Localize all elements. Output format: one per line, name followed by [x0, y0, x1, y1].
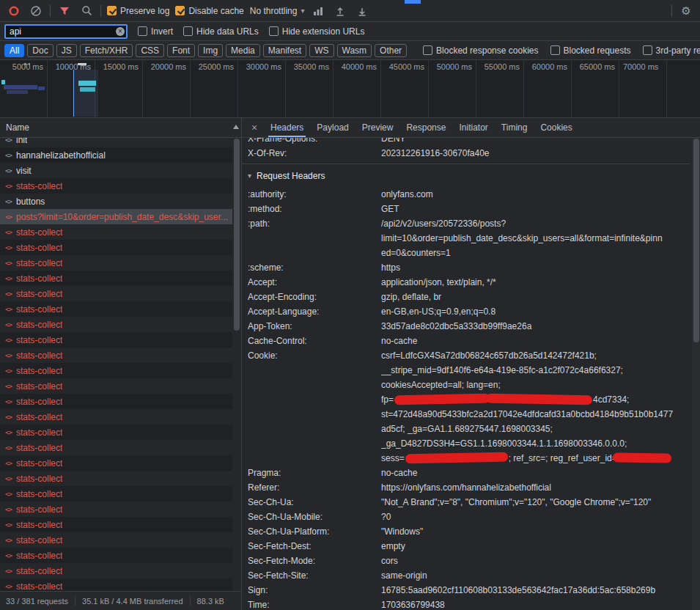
header-value-line: cookiesAccepted=all; lang=en;: [381, 378, 690, 392]
tab-cookies[interactable]: Cookies: [534, 118, 578, 137]
disable-cache-checkbox[interactable]: Disable cache: [175, 6, 243, 16]
record-icon: [8, 5, 20, 17]
request-row[interactable]: <> stats-collect: [0, 425, 241, 440]
tab-preview[interactable]: Preview: [355, 118, 400, 137]
request-row[interactable]: <> stats-collect: [0, 440, 241, 455]
network-main-area: Name <> init <> hannahelizabethofficial: [0, 118, 700, 610]
request-row[interactable]: <> stats-collect: [0, 240, 241, 255]
request-row[interactable]: <> visit: [0, 163, 241, 178]
request-row[interactable]: <> hannahelizabethofficial: [0, 147, 241, 163]
request-row[interactable]: <> stats-collect: [0, 363, 241, 378]
request-row[interactable]: <> stats-collect: [0, 409, 241, 425]
filter-pill-font[interactable]: Font: [167, 44, 195, 57]
status-divider: [75, 596, 75, 606]
request-row[interactable]: <> stats-collect: [0, 563, 241, 578]
header-value-line: application/json, text/plain, */*: [381, 275, 690, 290]
filter-toggle-button[interactable]: [56, 3, 73, 19]
invert-checkbox[interactable]: Invert: [138, 26, 173, 37]
checkbox-icon: [643, 45, 652, 55]
timeline-label: 40000 ms: [342, 62, 377, 71]
scroll-up-arrow-icon[interactable]: [233, 125, 239, 129]
request-row[interactable]: <> stats-collect: [0, 178, 241, 194]
script-icon: <>: [5, 198, 16, 205]
request-row[interactable]: <> stats-collect: [0, 301, 241, 317]
blocked-requests-checkbox[interactable]: Blocked requests: [550, 45, 631, 56]
request-row[interactable]: <> stats-collect: [0, 378, 241, 394]
request-list-scrollbar[interactable]: [232, 138, 241, 591]
export-har-button[interactable]: [354, 3, 370, 19]
request-row[interactable]: <> stats-collect: [0, 332, 241, 348]
header-row: Sec-Ch-Ua-Mobile: ?0: [242, 510, 690, 524]
request-name: stats-collect: [16, 520, 62, 530]
request-row[interactable]: <> stats-collect: [0, 255, 241, 271]
name-column-label: Name: [6, 122, 29, 133]
details-scrollbar[interactable]: [692, 138, 700, 610]
header-name: Pragma:: [242, 466, 381, 480]
filter-pill-all[interactable]: All: [4, 44, 24, 57]
header-name: :scheme:: [242, 260, 381, 275]
settings-gear-icon[interactable]: ⚙: [678, 3, 694, 19]
clear-button[interactable]: [28, 3, 44, 19]
header-value-line: no-cache: [381, 466, 690, 480]
script-icon: <>: [5, 460, 16, 467]
scrollbar-thumb[interactable]: [693, 139, 699, 342]
record-button[interactable]: [6, 3, 22, 19]
preserve-log-checkbox[interactable]: Preserve log: [107, 6, 169, 16]
close-details-button[interactable]: ×: [246, 120, 262, 136]
network-conditions-button[interactable]: [310, 3, 326, 19]
filter-pill-img[interactable]: Img: [198, 44, 223, 57]
request-row[interactable]: <> init: [0, 138, 241, 147]
request-headers-section[interactable]: ▾ Request Headers: [242, 163, 690, 187]
filter-pill-css[interactable]: CSS: [136, 44, 164, 57]
request-row[interactable]: <> stats-collect: [0, 455, 241, 471]
import-har-button[interactable]: [332, 3, 348, 19]
timeline-overview[interactable]: 5000 ms 10000 ms 15000 ms 20000 ms 25000…: [0, 60, 700, 118]
request-row[interactable]: <> stats-collect: [0, 286, 241, 301]
header-row: X-Frame-Options: DENY: [242, 138, 690, 146]
request-row[interactable]: <> stats-collect: [0, 394, 241, 409]
tab-headers[interactable]: Headers: [264, 118, 310, 137]
tab-timing[interactable]: Timing: [495, 118, 534, 137]
toolbar-divider: [50, 5, 51, 17]
filter-pill-ws[interactable]: WS: [309, 44, 334, 57]
filter-pill-wasm[interactable]: Wasm: [337, 44, 372, 57]
request-row[interactable]: <> stats-collect: [0, 532, 241, 548]
clear-filter-icon[interactable]: ×: [116, 27, 125, 36]
hide-data-urls-label: Hide data URLs: [196, 26, 259, 37]
checkbox-icon: [550, 45, 560, 55]
hide-extension-urls-checkbox[interactable]: Hide extension URLs: [269, 26, 365, 37]
script-icon: <>: [5, 152, 16, 159]
request-row[interactable]: <> stats-collect: [0, 348, 241, 363]
scrollbar-thumb[interactable]: [234, 139, 240, 331]
request-row[interactable]: <> stats-collect: [0, 548, 241, 563]
header-row: Sec-Fetch-Dest: empty: [242, 539, 690, 554]
request-row[interactable]: <> buttons: [0, 194, 241, 209]
request-row[interactable]: <> posts?limit=10&order=publish_date_des…: [0, 209, 241, 224]
blocked-response-cookies-checkbox[interactable]: Blocked response cookies: [423, 45, 538, 56]
filter-pill-media[interactable]: Media: [226, 44, 260, 57]
third-party-requests-checkbox[interactable]: 3rd-party requests: [643, 45, 700, 56]
throttling-select[interactable]: No throttling ▾: [250, 6, 305, 16]
request-row[interactable]: <> stats-collect: [0, 578, 241, 591]
filter-pill-other[interactable]: Other: [375, 44, 407, 57]
resources-size: 88.3 kB: [197, 597, 224, 606]
tab-initiator[interactable]: Initiator: [452, 118, 494, 137]
hide-data-urls-checkbox[interactable]: Hide data URLs: [183, 26, 259, 37]
request-row[interactable]: <> stats-collect: [0, 317, 241, 332]
tab-payload[interactable]: Payload: [310, 118, 355, 137]
tab-response[interactable]: Response: [399, 118, 452, 137]
search-button[interactable]: [78, 3, 95, 19]
request-row[interactable]: <> stats-collect: [0, 486, 241, 501]
request-row[interactable]: <> stats-collect: [0, 271, 241, 286]
filter-pill-fetch-xhr[interactable]: Fetch/XHR: [80, 44, 133, 57]
filter-pill-doc[interactable]: Doc: [27, 44, 53, 57]
filter-input[interactable]: [4, 24, 128, 39]
blocked-requests-label: Blocked requests: [564, 45, 631, 56]
request-row[interactable]: <> stats-collect: [0, 501, 241, 517]
filter-pill-js[interactable]: JS: [56, 44, 77, 57]
request-row[interactable]: <> stats-collect: [0, 471, 241, 486]
request-row[interactable]: <> stats-collect: [0, 517, 241, 532]
request-row[interactable]: <> stats-collect: [0, 224, 241, 240]
name-column-header[interactable]: Name: [0, 118, 241, 138]
filter-pill-manifest[interactable]: Manifest: [263, 44, 306, 57]
